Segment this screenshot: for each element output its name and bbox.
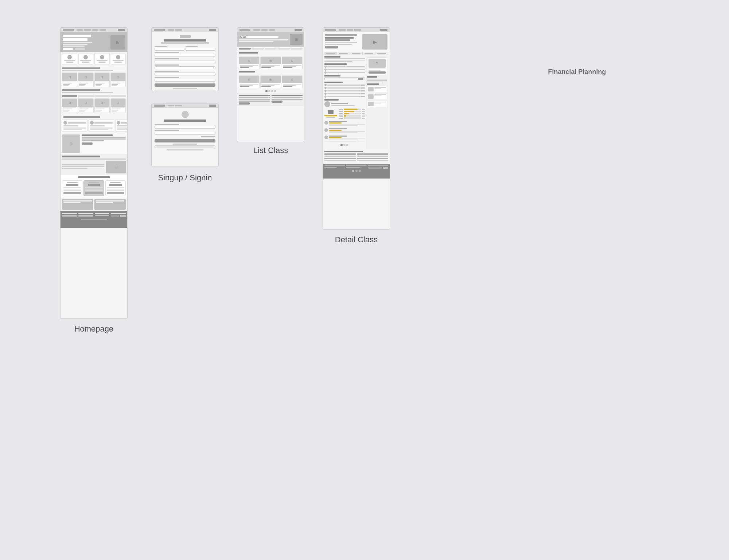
course-card[interactable] [260,75,281,88]
page-dot-1[interactable] [265,90,268,92]
nav-link[interactable] [339,29,346,31]
other-course-item[interactable] [367,101,387,107]
event-card[interactable] [62,199,93,210]
nav-button[interactable] [209,29,216,31]
tab-diskusi[interactable] [350,52,363,55]
filter-button[interactable] [239,102,250,105]
event-card[interactable] [94,199,126,210]
plan-select-button[interactable] [63,192,81,194]
enroll-button[interactable] [369,71,386,74]
nav-link[interactable] [77,29,83,31]
nav-link[interactable] [168,29,174,31]
page-dot[interactable] [346,144,348,146]
nav-link[interactable] [347,29,353,31]
nav-link[interactable] [175,29,182,31]
hero-secondary-button[interactable] [75,48,85,50]
course-card[interactable] [282,56,303,69]
signup-submit-button[interactable] [155,83,215,87]
coupon-input[interactable] [326,78,357,79]
nav-link[interactable] [354,29,361,31]
email-input[interactable] [155,54,215,57]
other-course-item[interactable] [367,86,387,93]
category-tab-financial[interactable] [62,95,77,97]
nav-link[interactable] [168,105,174,106]
category-tab-trading[interactable] [78,95,93,97]
filter-tab-trading[interactable] [265,48,277,50]
filter-tab-saham[interactable] [277,48,289,50]
hero-primary-button[interactable] [63,48,73,50]
nav-link[interactable] [84,29,91,31]
signin-submit-button[interactable] [155,139,215,142]
promo-button[interactable] [272,101,282,103]
firstname-input[interactable] [155,48,184,51]
newsletter-input[interactable] [111,215,119,217]
course-card[interactable] [78,98,93,113]
phone-input[interactable] [155,60,215,63]
instructor-cta-button[interactable] [82,142,93,145]
course-card[interactable] [239,56,260,69]
apply-coupon-button[interactable] [358,78,363,80]
course-card[interactable] [239,75,260,88]
course-card[interactable] [110,73,126,87]
confirm-password-input[interactable] [155,79,215,82]
city-select[interactable] [155,66,215,69]
other-course-item[interactable] [367,93,387,100]
faq-question[interactable] [357,158,389,159]
newsletter-submit-button[interactable] [120,215,126,217]
pricing-basic[interactable] [62,180,82,196]
course-card[interactable] [94,98,110,113]
nav-button[interactable] [295,29,302,31]
signup-link[interactable] [167,149,203,150]
course-card[interactable] [78,73,93,87]
plan-select-button[interactable] [107,192,124,194]
page-dot-2[interactable] [268,90,270,92]
category-tab-others[interactable] [110,95,126,97]
nav-link[interactable] [253,29,260,31]
hero-video-thumbnail[interactable]: ▶ [362,34,387,50]
page-dot-4[interactable] [274,90,276,92]
nav-cta-button[interactable] [118,29,125,31]
plan-select-button[interactable] [85,192,102,194]
course-card[interactable] [260,56,281,69]
google-signin-button[interactable] [155,90,215,91]
category-tab-saham[interactable] [94,95,110,97]
nav-button[interactable] [209,105,216,107]
page-dot-3[interactable] [271,90,273,92]
tab-overview[interactable] [324,52,337,55]
password-input[interactable] [155,132,215,135]
pricing-featured[interactable] [83,180,104,196]
tab-kelas[interactable] [337,52,350,55]
footer-pagination-dot[interactable] [355,170,358,172]
course-card[interactable] [110,98,126,113]
nav-link[interactable] [92,29,98,31]
google-signin-button[interactable] [155,145,215,148]
lastname-input[interactable] [186,48,215,51]
nav-button[interactable] [380,29,387,31]
footer-newsletter-button[interactable] [383,167,388,169]
footer-pagination-dot[interactable] [352,170,354,172]
page-dot[interactable] [343,144,346,146]
filter-tab-semua[interactable] [239,48,251,50]
course-card[interactable] [282,75,303,88]
tab-penilaian[interactable] [363,52,375,55]
faq-question[interactable] [324,153,356,155]
footer-pagination-dot[interactable] [359,170,361,172]
email-input[interactable] [155,126,215,129]
page-dot[interactable] [340,144,343,146]
nav-link[interactable] [175,105,182,106]
footer-newsletter-input[interactable] [368,167,382,169]
enroll-button[interactable] [325,46,338,48]
faq-question[interactable] [357,153,389,155]
password-input[interactable] [155,73,215,75]
nav-link[interactable] [261,29,268,31]
pricing-elite[interactable] [105,180,126,196]
nav-link[interactable] [269,29,275,31]
filter-tab-financial[interactable] [252,48,264,50]
course-card[interactable] [62,98,77,113]
filter-tab-others[interactable] [291,48,303,50]
course-card[interactable] [94,73,110,87]
forgot-password-link[interactable] [201,136,215,137]
nav-link[interactable] [100,29,106,31]
tab-help[interactable] [375,52,388,55]
course-card[interactable] [62,73,77,87]
